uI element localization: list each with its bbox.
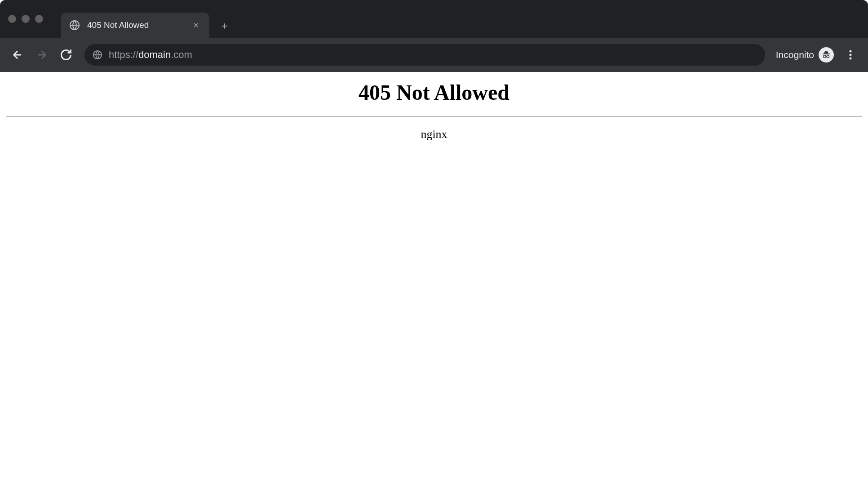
divider (6, 116, 862, 117)
incognito-label: Incognito (776, 49, 814, 60)
titlebar: 405 Not Allowed (0, 0, 868, 38)
incognito-icon (819, 47, 834, 62)
address-bar[interactable]: https://domain.com (84, 44, 765, 66)
url-host: domain (138, 49, 171, 60)
svg-rect-2 (823, 53, 830, 54)
url-scheme: https:// (109, 49, 138, 60)
incognito-indicator[interactable]: Incognito (773, 47, 837, 62)
error-heading: 405 Not Allowed (0, 80, 868, 105)
browser-tab[interactable]: 405 Not Allowed (61, 13, 209, 38)
window-minimize-button[interactable] (22, 15, 30, 23)
tab-strip: 405 Not Allowed (61, 0, 234, 38)
site-info-icon[interactable] (93, 50, 102, 60)
window-maximize-button[interactable] (35, 15, 43, 23)
back-button[interactable] (7, 45, 28, 65)
svg-point-4 (827, 55, 829, 58)
browser-menu-button[interactable] (840, 45, 861, 65)
browser-chrome: 405 Not Allowed (0, 0, 868, 72)
url-tld: .com (171, 49, 192, 60)
tab-title: 405 Not Allowed (87, 20, 183, 30)
url-display: https://domain.com (109, 49, 192, 61)
forward-button[interactable] (31, 45, 52, 65)
page-content: 405 Not Allowed nginx (0, 72, 868, 141)
toolbar: https://domain.com Incognito (0, 38, 868, 72)
svg-point-6 (850, 54, 852, 56)
window-close-button[interactable] (8, 15, 16, 23)
window-controls (8, 15, 43, 23)
reload-button[interactable] (56, 45, 76, 65)
server-name: nginx (0, 128, 868, 141)
svg-point-3 (824, 55, 826, 58)
new-tab-button[interactable] (216, 17, 234, 35)
svg-point-7 (850, 58, 852, 60)
svg-point-5 (850, 50, 852, 53)
tab-close-button[interactable] (190, 20, 201, 31)
globe-icon (69, 20, 80, 31)
